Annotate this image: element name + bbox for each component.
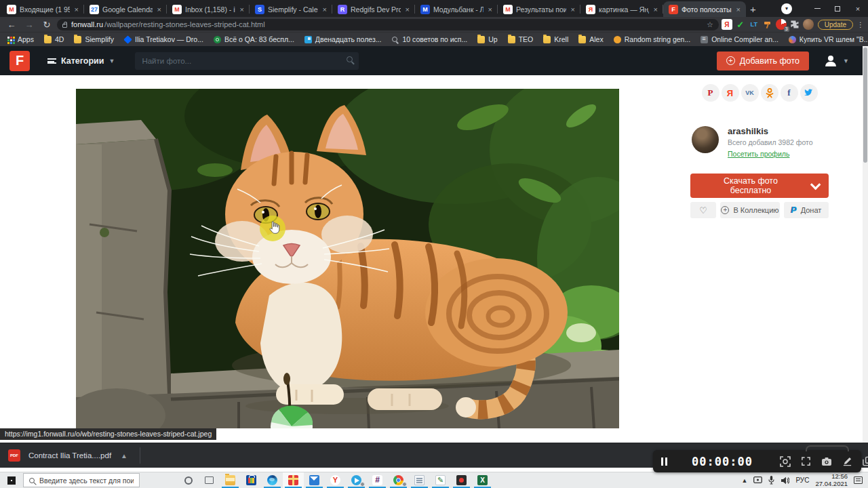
- bookmark-item[interactable]: Apps: [7, 35, 34, 43]
- bookmark-item[interactable]: Ilia Tretiakov — Dro...: [124, 35, 203, 43]
- add-photo-button[interactable]: + Добавить фото: [717, 52, 809, 70]
- odnoklassniki-share-icon[interactable]: [761, 84, 778, 102]
- telegram-icon[interactable]: [346, 472, 367, 488]
- bookmark-item[interactable]: Купить VR шлем "В...: [789, 35, 868, 43]
- translator-extension-icon[interactable]: LT: [749, 19, 760, 30]
- tab-close-icon[interactable]: ×: [487, 5, 494, 14]
- draw-pencil-icon[interactable]: [842, 456, 852, 466]
- reload-button[interactable]: ↻: [39, 20, 54, 30]
- start-button[interactable]: [0, 472, 23, 488]
- browser-tab[interactable]: M Inbox (1,158) - ilia.tret ×: [167, 1, 250, 17]
- capture-region-icon[interactable]: [780, 456, 791, 467]
- bookmark-item[interactable]: Alex: [578, 35, 603, 43]
- close-button[interactable]: ×: [848, 0, 868, 17]
- tab-close-icon[interactable]: ×: [156, 5, 163, 14]
- account-chevron-icon[interactable]: ▼: [843, 58, 849, 64]
- media-controls-icon[interactable]: ▾: [781, 3, 792, 14]
- browser-tab[interactable]: Я картинка — Яндекс ×: [580, 1, 663, 17]
- mail-icon[interactable]: [304, 472, 325, 488]
- menu-dots-icon[interactable]: ⋮: [857, 21, 864, 28]
- yandex-browser-icon[interactable]: Y: [325, 472, 346, 488]
- wallpaper-photo[interactable]: [76, 89, 619, 428]
- yandex-share-icon[interactable]: Я: [722, 84, 739, 102]
- clock[interactable]: 12:56 27.04.2021: [815, 473, 848, 488]
- task-view-icon[interactable]: [199, 472, 220, 488]
- bookmark-item[interactable]: 10 советов по исп...: [391, 35, 467, 43]
- fullscreen-icon[interactable]: [801, 456, 811, 466]
- file-menu-chevron-icon[interactable]: ▲: [121, 452, 127, 460]
- microsoft-store-icon[interactable]: [241, 472, 262, 488]
- recorder-drag-handle[interactable]: [806, 445, 849, 451]
- display-capture-tray-icon[interactable]: [753, 476, 762, 484]
- visit-profile-link[interactable]: Посетить профиль: [728, 150, 789, 158]
- tool-extension-icon[interactable]: [762, 19, 773, 30]
- twitter-share-icon[interactable]: [800, 84, 818, 102]
- donate-button[interactable]: P Донат: [784, 202, 829, 218]
- bookmark-item[interactable]: Online Compiler an...: [701, 35, 778, 43]
- address-bar[interactable]: fonwall.ru/wallpaper/resting-stones-leav…: [57, 19, 719, 30]
- taskbar-search[interactable]: [23, 473, 140, 487]
- new-tab-button[interactable]: +: [750, 3, 756, 15]
- browser-tab[interactable]: S Siemplify - Calendar - ×: [250, 1, 332, 17]
- copy-window-icon[interactable]: [863, 456, 868, 466]
- fonwall-logo[interactable]: F: [9, 51, 30, 71]
- bookmark-item[interactable]: TEO: [508, 35, 534, 43]
- like-button[interactable]: ♡: [690, 202, 716, 218]
- tracker-extension-icon[interactable]: 3: [776, 19, 787, 30]
- tab-close-icon[interactable]: ×: [73, 5, 80, 14]
- volume-tray-icon[interactable]: [781, 476, 789, 485]
- categories-menu[interactable]: Категории ▼: [47, 56, 115, 66]
- bookmark-item[interactable]: Up: [477, 35, 497, 43]
- bookmark-item[interactable]: Двенадцать полез...: [304, 35, 382, 43]
- back-button[interactable]: ←: [4, 20, 19, 30]
- excel-icon[interactable]: X: [472, 472, 493, 488]
- page-scrollbar[interactable]: [863, 46, 868, 443]
- tab-close-icon[interactable]: ×: [735, 5, 742, 14]
- facebook-share-icon[interactable]: f: [781, 84, 798, 102]
- tab-close-icon[interactable]: ×: [404, 5, 411, 14]
- bookmark-item[interactable]: Random string gen...: [614, 35, 690, 43]
- browser-tab[interactable]: M Результаты поиска - ×: [498, 1, 580, 17]
- bookmark-item[interactable]: 4D: [44, 35, 64, 43]
- browser-tab[interactable]: М Модульбанк - Личны ×: [415, 1, 498, 17]
- scrollbar-thumb[interactable]: [863, 47, 867, 163]
- file-explorer-icon[interactable]: [220, 472, 241, 488]
- editor-icon[interactable]: ✎: [430, 472, 451, 488]
- language-indicator[interactable]: РУС: [795, 476, 809, 484]
- minimize-button[interactable]: [807, 0, 827, 17]
- browser-tab[interactable]: F Фото полосатый кот ×: [663, 1, 746, 17]
- tab-close-icon[interactable]: ×: [570, 5, 576, 14]
- microphone-tray-icon[interactable]: [768, 476, 774, 485]
- bookmark-item[interactable]: Siemplify: [74, 35, 114, 43]
- forward-button[interactable]: →: [22, 20, 37, 30]
- yandex-extension-icon[interactable]: Я: [722, 19, 732, 30]
- chrome-icon[interactable]: [388, 472, 409, 488]
- gift-app-icon[interactable]: [283, 472, 304, 488]
- update-button[interactable]: Update: [818, 20, 853, 30]
- taskbar-search-input[interactable]: [39, 476, 134, 485]
- browser-tab[interactable]: M Входящие (1 952) - in ×: [1, 1, 84, 17]
- download-options-chevron-icon[interactable]: [799, 182, 829, 190]
- notification-center-icon[interactable]: [854, 476, 863, 484]
- pinterest-share-icon[interactable]: P: [702, 84, 719, 102]
- bookmark-item[interactable]: Krell: [543, 35, 568, 43]
- search-icon[interactable]: [347, 56, 353, 62]
- pause-recording-button[interactable]: [661, 458, 667, 466]
- extensions-puzzle-icon[interactable]: [789, 19, 800, 30]
- tray-expand-icon[interactable]: ▲: [742, 477, 748, 484]
- bookmark-star-icon[interactable]: ☆: [707, 20, 713, 29]
- user-account-icon[interactable]: [825, 56, 836, 66]
- edge-icon[interactable]: [262, 472, 283, 488]
- tab-close-icon[interactable]: ×: [321, 5, 328, 14]
- download-photo-button[interactable]: Скачать фото бесплатно: [690, 174, 829, 198]
- notepad-icon[interactable]: [409, 472, 430, 488]
- author-avatar[interactable]: [692, 126, 719, 153]
- restore-button[interactable]: [827, 0, 848, 17]
- tab-close-icon[interactable]: ×: [239, 5, 245, 14]
- camera-screenshot-icon[interactable]: [821, 457, 832, 466]
- bookmark-item[interactable]: Всё о QA: 83 беспл...: [214, 35, 294, 43]
- cortana-icon[interactable]: [178, 472, 199, 488]
- slack-icon[interactable]: #: [367, 472, 388, 488]
- tab-close-icon[interactable]: ×: [652, 5, 659, 14]
- add-to-collection-button[interactable]: + В Коллекцию: [720, 202, 780, 218]
